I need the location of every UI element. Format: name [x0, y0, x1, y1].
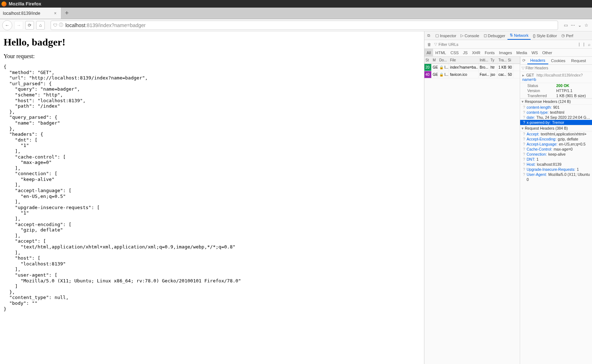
search-icon[interactable]: ⌕ [588, 42, 591, 47]
header-row[interactable]: ?Accept-Language:en-US,en;q=0.5 [520, 142, 592, 147]
detail-tabs: ⟳ Headers Cookies Request [520, 57, 592, 65]
version-row: VersionHTTP/1.1 [520, 88, 592, 93]
header-row-selected[interactable]: ?x-powered-by:Tremor [520, 120, 592, 125]
header-row[interactable]: ?DNT:1 [520, 157, 592, 162]
shield-icon[interactable]: 🛡 [53, 23, 57, 28]
tab-inspector[interactable]: ▢ Inspector [433, 31, 458, 40]
header-row[interactable]: ?User-Agent:Mozilla/5.0 (X11; Ubuntu [520, 172, 592, 177]
resend-icon[interactable]: ⟳ [520, 57, 527, 64]
pocket-icon[interactable]: ⌄ [578, 23, 582, 28]
filter-urls-input[interactable] [438, 42, 575, 47]
type-filters: All HTML CSS JS XHR Fonts Images Media W… [424, 49, 592, 57]
tab-current[interactable]: localhost:8139/inde × [0, 8, 61, 19]
url-text: localhost:8139/index?name=badger [65, 22, 146, 28]
header-row[interactable]: ?content-type:text/html [520, 110, 592, 115]
url-bar[interactable]: 🛡 ⓘ localhost:8139/index?name=badger [51, 21, 558, 30]
new-tab-button[interactable]: + [61, 8, 72, 19]
window-titlebar: Mozilla Firefox [0, 0, 592, 8]
tab-performance[interactable]: ◷ Perf [559, 31, 575, 40]
filter-other[interactable]: Other [540, 49, 554, 56]
filter-images[interactable]: Images [497, 49, 514, 56]
detail-tab-headers[interactable]: Headers [527, 57, 548, 64]
filter-ws[interactable]: WS [529, 49, 540, 56]
detail-tab-request[interactable]: Request [568, 57, 589, 64]
response-headers-section[interactable]: ▾Response Headers (124 B) [520, 98, 592, 105]
tab-title: localhost:8139/inde [3, 11, 52, 16]
forward-button[interactable]: → [14, 21, 23, 30]
header-row[interactable]: ?Cache-Control:max-age=0 [520, 147, 592, 152]
network-body: St M Do... File Initi... Ty Tra... Si 20… [424, 57, 592, 364]
filter-html[interactable]: HTML [433, 49, 448, 56]
filter-fonts[interactable]: Fonts [483, 49, 497, 56]
reader-icon[interactable]: ▭ [564, 23, 568, 28]
devtools-tabs: ⧉ ▢ Inspector ▷ Console ◻ Debugger ⇅ Net… [424, 31, 592, 40]
header-row[interactable]: ?Accept-Encoding:gzip, deflate [520, 136, 592, 142]
filter-headers-input[interactable] [526, 66, 591, 70]
header-row[interactable]: ?Host:localhost:8139 [520, 162, 592, 167]
request-list: St M Do... File Initi... Ty Tra... Si 20… [424, 57, 520, 364]
filter-icon: ▽ [434, 42, 437, 47]
header-row[interactable]: ?Connection:keep-alive [520, 152, 592, 157]
home-button[interactable]: ⌂ [36, 21, 45, 30]
request-row[interactable]: 40 GE 🔒 l... favicon.ico Favi... jso cac… [424, 71, 520, 78]
reload-button[interactable]: ⟳ [25, 21, 34, 30]
clear-icon[interactable]: 🗑 [426, 42, 433, 47]
header-row[interactable]: ?Accept:text/html,application/xhtml+ [520, 131, 592, 136]
filter-icon: ▽ [522, 66, 524, 70]
tab-debugger[interactable]: ◻ Debugger [481, 31, 507, 40]
site-info-icon[interactable]: ⓘ [59, 22, 63, 28]
throttle-icon[interactable]: | | [576, 42, 587, 47]
expand-icon[interactable]: ▸ [522, 73, 524, 77]
devtools-dock-icon[interactable]: ⧉ [424, 33, 433, 38]
tab-console[interactable]: ▷ Console [458, 31, 481, 40]
back-button[interactable]: ← [2, 20, 12, 30]
nav-toolbar: ← → ⟳ ⌂ 🛡 ⓘ localhost:8139/index?name=ba… [0, 19, 592, 31]
firefox-icon [1, 1, 7, 6]
request-summary: ▸ GET http://localhost:8139/index?name=b [520, 72, 592, 83]
filter-media[interactable]: Media [514, 49, 529, 56]
transferred-row: Transferred1 KB (901 B size) [520, 93, 592, 98]
toolbar-right: ▭ ⋯ ⌄ ☆ [564, 23, 590, 28]
header-row[interactable]: ?Upgrade-Insecure-Requests:1 [520, 167, 592, 172]
main-area: Hello, badger! Your request: { "method":… [0, 31, 592, 364]
tab-strip: localhost:8139/inde × + [0, 8, 592, 19]
network-toolbar: 🗑 ▽ | | ⌕ [424, 40, 592, 49]
filter-css[interactable]: CSS [448, 49, 461, 56]
menu-overflow-icon[interactable]: ⋯ [571, 23, 575, 28]
bookmark-icon[interactable]: ☆ [584, 23, 588, 28]
tab-style-editor[interactable]: {} Style Editor [531, 31, 559, 40]
request-detail: ⟳ Headers Cookies Request ▽ ▸ GET http:/… [520, 57, 592, 364]
filter-all[interactable]: All [424, 49, 433, 56]
page-subheading: Your request: [4, 53, 420, 60]
request-row[interactable]: 20 GE 🔒 l... index?name=ba... Bro... htr… [424, 64, 520, 71]
header-row[interactable]: ?content-length:901 [520, 105, 592, 110]
filter-headers-row: ▽ [520, 65, 592, 72]
request-columns: St M Do... File Initi... Ty Tra... Si [424, 57, 520, 64]
devtools-panel: ⧉ ▢ Inspector ▷ Console ◻ Debugger ⇅ Net… [424, 31, 592, 364]
filter-xhr[interactable]: XHR [470, 49, 483, 56]
header-row: 0 [520, 177, 592, 182]
close-tab-icon[interactable]: × [52, 10, 58, 16]
header-row[interactable]: ?date:Thu, 24 Sep 2020 22:24:04 GMT [520, 115, 592, 120]
request-headers-section[interactable]: ▾Request Headers (384 B) [520, 125, 592, 131]
page-content: Hello, badger! Your request: { "method":… [0, 31, 424, 364]
filter-js[interactable]: JS [461, 49, 470, 56]
page-json: { "method": "GET", "url": "http://localh… [4, 64, 420, 312]
detail-tab-cookies[interactable]: Cookies [548, 57, 569, 64]
window-title: Mozilla Firefox [9, 1, 41, 6]
page-heading: Hello, badger! [4, 36, 420, 48]
tab-network[interactable]: ⇅ Network [507, 31, 531, 40]
status-row: Status200 OK [520, 83, 592, 88]
